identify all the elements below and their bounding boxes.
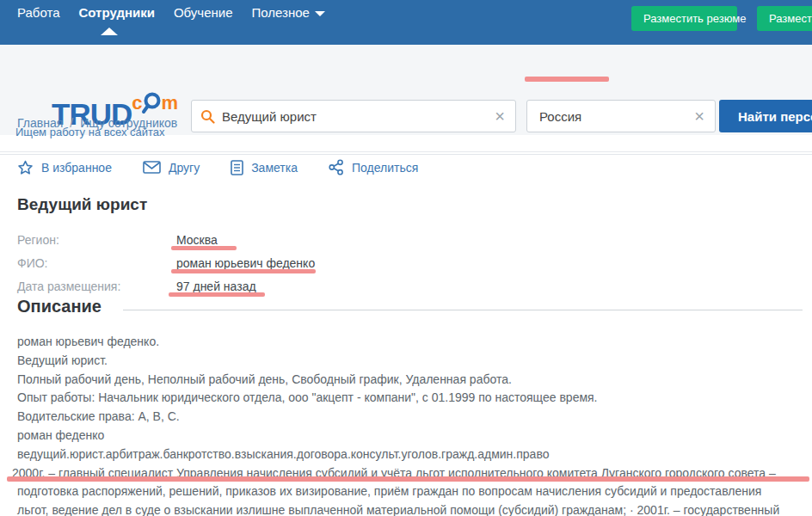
- description-line: роман феденко: [17, 427, 809, 445]
- resume-actions: В избранное Другу Заметка Поделиться: [17, 159, 418, 175]
- nav-item-education[interactable]: Обучение: [174, 5, 233, 20]
- annotation-underline-city: [171, 246, 237, 250]
- description-rule: [123, 310, 803, 310]
- post-vacancy-button[interactable]: Разместить вакансию: [757, 6, 812, 31]
- description-line: Водительские права: А, В, С.: [17, 408, 809, 427]
- envelope-icon: [143, 161, 161, 174]
- description-line: подготовка распоряжений, решений, приказ…: [17, 482, 809, 501]
- share-button[interactable]: Поделиться: [329, 159, 418, 175]
- top-navigation-bar: Работа Сотрудники Обучение Полезное Разм…: [0, 0, 812, 45]
- favorite-label: В избранное: [41, 161, 112, 175]
- region-label: Регион:: [17, 233, 176, 247]
- breadcrumb: Главная / Ищу сотрудников: [17, 116, 177, 130]
- share-icon: [329, 159, 344, 175]
- main-nav: Работа Сотрудники Обучение Полезное: [17, 5, 325, 20]
- annotation-underline-description: [7, 476, 809, 482]
- star-icon: [17, 160, 34, 175]
- favorite-button[interactable]: В избранное: [17, 159, 112, 175]
- description-line: льгот, ведение дел в суде о взыскании из…: [17, 501, 809, 516]
- name-value: роман юрьевич феденко: [176, 256, 315, 270]
- region-value: Москва: [176, 233, 218, 247]
- description-line: Опыт работы: Начальник юридического отде…: [17, 389, 809, 408]
- send-to-friend-button[interactable]: Другу: [143, 159, 200, 175]
- page-title: Ведущий юрист: [17, 195, 147, 214]
- send-to-friend-label: Другу: [169, 161, 200, 175]
- note-button[interactable]: Заметка: [231, 159, 298, 175]
- field-row-name: ФИО: роман юрьевич феденко: [17, 256, 315, 280]
- description-line: роман юрьевич феденко.: [17, 333, 809, 352]
- post-resume-button[interactable]: Разместить резюме: [631, 6, 737, 31]
- description-heading: Описание: [17, 297, 102, 316]
- nav-item-employees[interactable]: Сотрудники: [79, 5, 155, 20]
- annotation-underline-name: [171, 269, 316, 273]
- description-line: ведущий.юрист.арбитраж.банкротство.взыск…: [17, 445, 809, 464]
- annotation-underline-region: [525, 77, 609, 82]
- header-divider: [0, 154, 812, 155]
- resume-fields: Регион: Москва ФИО: роман юрьевич феденк…: [17, 233, 315, 303]
- search-input[interactable]: [222, 109, 484, 124]
- breadcrumb-current: Ищу сотрудников: [80, 116, 177, 130]
- breadcrumb-separator: /: [70, 116, 73, 130]
- note-icon: [231, 160, 243, 175]
- keyword-search-box: ×: [191, 100, 516, 132]
- nav-item-jobs[interactable]: Работа: [17, 5, 60, 20]
- content-divider: [0, 151, 812, 152]
- date-posted-value: 97 дней назад: [176, 280, 256, 293]
- active-tab-indicator-icon: [101, 28, 118, 35]
- note-label: Заметка: [251, 161, 298, 175]
- description-text: роман юрьевич феденко. Ведущий юрист. По…: [17, 333, 809, 516]
- annotation-underline-date: [169, 292, 265, 297]
- region-clear-icon[interactable]: ×: [684, 108, 715, 125]
- description-line: Ведущий юрист.: [17, 352, 809, 371]
- search-icon: [200, 109, 215, 124]
- region-search-box: ×: [526, 100, 716, 132]
- field-row-region: Регион: Москва: [17, 233, 315, 256]
- breadcrumb-home[interactable]: Главная: [17, 116, 63, 130]
- name-label: ФИО:: [17, 256, 176, 270]
- chevron-down-icon: [315, 11, 325, 16]
- nav-item-useful[interactable]: Полезное: [252, 5, 325, 20]
- share-label: Поделиться: [352, 161, 418, 175]
- find-personnel-button[interactable]: Найти персонал: [719, 100, 812, 132]
- region-input[interactable]: [527, 109, 684, 124]
- search-clear-icon[interactable]: ×: [484, 108, 515, 125]
- description-line: Полный рабочий день, Неполный рабочий де…: [17, 371, 809, 390]
- date-posted-label: Дата размещения:: [17, 280, 176, 293]
- logo-magnifier-icon: [141, 92, 162, 118]
- logo-letter-m: m: [161, 92, 178, 114]
